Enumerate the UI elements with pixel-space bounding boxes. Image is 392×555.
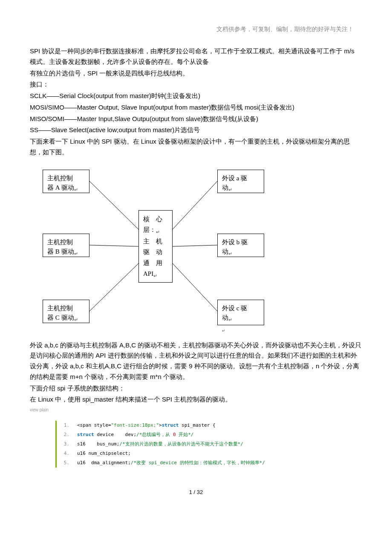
para: MOSI/SIMO——Master Output, Slave Input(ou… [30,102,362,113]
box-dev-b: 外设 b 驱动↵ [217,234,264,257]
para: 外设 a,b,c 的驱动与主机控制器 A,B,C 的驱动不相关，主机控制器驱动不… [30,340,362,382]
para: SS——Slave Select(active low;output from … [30,125,362,136]
box-host-a: 主机控制器 A 驱动↵ [43,170,89,193]
para: SCLK——Serial Clock(output from master)时钟… [30,91,362,101]
view-plain-link[interactable]: view plain [30,408,362,412]
architecture-diagram: 主机控制器 A 驱动↵ 主机控制器 B 驱动↵ 主机控制器 C 驱动↵ 核 心层… [43,165,281,336]
svg-line-3 [173,181,217,229]
svg-line-0 [89,181,138,229]
code-line: <span style="font-size:18px;">struct spi… [57,421,362,430]
svg-line-4 [173,245,217,246]
box-dev-c: 外设 c 驱动↵↵ [217,300,264,325]
para: MISO/SOMI——Master Input,Slave Outpu(outp… [30,114,362,124]
header-note: 文档供参考，可复制、编制，期待您的好评与关注！ [30,26,362,33]
para: 下面介绍 spi 子系统的数据结构： [30,383,362,394]
code-block: <span style="font-size:18px;">struct spi… [55,421,362,468]
para: 有独立的片选信号，SPI 一般来说是四线串行总线结构。 [30,68,362,79]
para: 接口： [30,79,362,90]
svg-line-2 [89,263,138,311]
code-line: s16 bus_num;/*支持的片选的数量，从设备的片选号不能大于这个数量*/ [57,439,362,449]
page-footer: 1 / 32 [30,489,362,495]
code-line: u16 num_chipselect; [57,449,362,458]
code-line: struct device dev;/*总线编号，从 0 开始*/ [57,430,362,439]
code-line: u16 dma_alignment;/*改变 spi_device 的特性如：传… [57,458,362,468]
para: 在 Linux 中，使用 spi_master 结构来描述一个 SPI 主机控制… [30,394,362,405]
svg-line-1 [89,245,138,246]
after-diagram-text: 外设 a,b,c 的驱动与主机控制器 A,B,C 的驱动不相关，主机控制器驱动不… [30,340,362,405]
para: SPI 协议是一种同步的串行数据连接标准，由摩托罗拉公司命名，可工作于全双工模式… [30,46,362,67]
box-host-b: 主机控制器 B 驱动↵ [43,234,89,257]
box-dev-a: 外设 a 驱动↵ [217,170,264,193]
para: 下面来看一下 Linux 中的 SPI 驱动。在 Linux 设备驱动框架的设计… [30,136,362,158]
intro-text: SPI 协议是一种同步的串行数据连接标准，由摩托罗拉公司命名，可工作于全双工模式… [30,46,362,158]
svg-line-5 [173,263,217,311]
box-core: 核 心层：↵主 机驱 动通 用API↵ [138,210,173,283]
box-host-c: 主机控制器 C 驱动↵ [43,300,89,323]
